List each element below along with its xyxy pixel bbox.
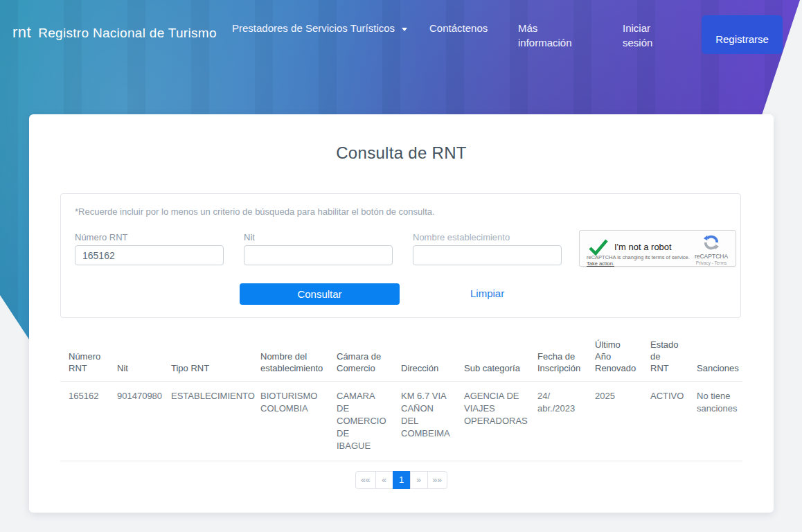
consultar-button[interactable]: Consultar <box>240 283 400 305</box>
search-hint: *Recuerde incluir por lo menos un criter… <box>75 206 435 217</box>
nit-field-group: Nit <box>244 232 393 265</box>
cell-fecha-inscripcion: 24/ abr./2023 <box>529 382 587 461</box>
col-estado-rnt: Estado de RNT <box>642 332 688 382</box>
col-nombre-establecimiento: Nombre del establecimiento <box>252 332 328 382</box>
nombre-establecimiento-input[interactable] <box>413 245 562 265</box>
nit-input[interactable] <box>244 245 393 265</box>
nit-label: Nit <box>244 232 393 242</box>
col-sanciones: Sanciones <box>688 332 742 382</box>
nav-item-prestadores[interactable]: Prestadores de Servicios Turísticos <box>232 21 407 35</box>
col-numero-rnt: Número RNT <box>60 332 109 382</box>
cell-sub-categoria: AGENCIA DE VIAJES OPERADORAS <box>456 382 529 461</box>
cell-ultimo-ano-renovado: 2025 <box>587 382 642 461</box>
col-direccion: Dirección <box>393 332 456 382</box>
col-nit: Nit <box>109 332 163 382</box>
page-title: Consulta de RNT <box>29 143 774 163</box>
brand-logo[interactable]: rnt Registro Nacional de Turismo <box>12 24 217 42</box>
recaptcha-privacy-terms-links[interactable]: Privacy - Terms <box>691 260 731 265</box>
cell-nombre-establecimiento: BIOTURISMO COLOMBIA <box>252 382 328 461</box>
cell-numero-rnt: 165162 <box>60 382 109 461</box>
pagination-first-button[interactable]: «« <box>355 471 375 489</box>
pagination-next-button[interactable]: » <box>410 471 428 489</box>
numero-rnt-field-group: Número RNT <box>75 232 224 265</box>
nombre-establecimiento-field-group: Nombre establecimiento <box>413 232 562 265</box>
numero-rnt-label: Número RNT <box>75 232 224 242</box>
cell-direccion: KM 6.7 VIA CAÑON DEL COMBEIMA <box>393 382 456 461</box>
brand-title: Registro Nacional de Turismo <box>38 26 217 41</box>
pagination: «« « 1 » »» <box>355 471 447 489</box>
col-camara-comercio: Cámara de Comercio <box>328 332 393 382</box>
cell-sanciones: No tiene sanciones <box>688 382 742 461</box>
search-panel: *Recuerde incluir por lo menos un criter… <box>60 193 741 318</box>
top-navbar: rnt Registro Nacional de Turismo Prestad… <box>0 0 802 69</box>
pagination-page-1[interactable]: 1 <box>393 471 411 489</box>
recaptcha-logo-icon <box>703 234 720 251</box>
nav-item-mas-informacion[interactable]: Más información <box>518 21 582 50</box>
nav-item-contactenos[interactable]: Contáctenos <box>429 21 488 35</box>
cell-estado-rnt: ACTIVO <box>642 382 688 461</box>
nombre-establecimiento-label: Nombre establecimiento <box>413 232 562 242</box>
cell-tipo-rnt: ESTABLECIMIENTO <box>163 382 252 461</box>
table-header-row: Número RNT Nit Tipo RNT Nombre del estab… <box>60 332 742 382</box>
register-button[interactable]: Registrarse <box>702 15 783 54</box>
pagination-last-button[interactable]: »» <box>427 471 447 489</box>
nav-item-prestadores-label: Prestadores de Servicios Turísticos <box>232 22 395 34</box>
rnt-logo: rnt <box>12 24 31 42</box>
col-fecha-inscripcion: Fecha de Inscripción <box>529 332 587 382</box>
cell-nit: 901470980 <box>109 382 163 461</box>
recaptcha-take-action-link[interactable]: Take action. <box>587 260 614 267</box>
recaptcha-widget: I'm not a robot reCAPTCHA is changing it… <box>579 230 736 267</box>
numero-rnt-input[interactable] <box>75 245 224 265</box>
recaptcha-notice: reCAPTCHA is changing its terms of servi… <box>587 254 690 260</box>
nav-item-iniciar-sesion[interactable]: Iniciar sesión <box>623 21 666 50</box>
pagination-prev-button[interactable]: « <box>375 471 393 489</box>
limpiar-link[interactable]: Limpiar <box>470 287 504 299</box>
recaptcha-label: I'm not a robot <box>614 242 672 252</box>
chevron-down-icon <box>402 28 407 31</box>
main-card: Consulta de RNT *Recuerde incluir por lo… <box>29 114 774 513</box>
col-sub-categoria: Sub categoría <box>456 332 529 382</box>
recaptcha-brand-text: reCAPTCHA <box>691 253 731 260</box>
results-table: Número RNT Nit Tipo RNT Nombre del estab… <box>60 332 742 461</box>
col-ultimo-ano-renovado: Último Año Renovado <box>587 332 642 382</box>
table-row: 165162 901470980 ESTABLECIMIENTO BIOTURI… <box>60 382 742 461</box>
recaptcha-branding: reCAPTCHA Privacy - Terms <box>691 234 731 265</box>
col-tipo-rnt: Tipo RNT <box>163 332 252 382</box>
cell-camara-comercio: CAMARA DE COMERCIO DE IBAGUE <box>328 382 393 461</box>
